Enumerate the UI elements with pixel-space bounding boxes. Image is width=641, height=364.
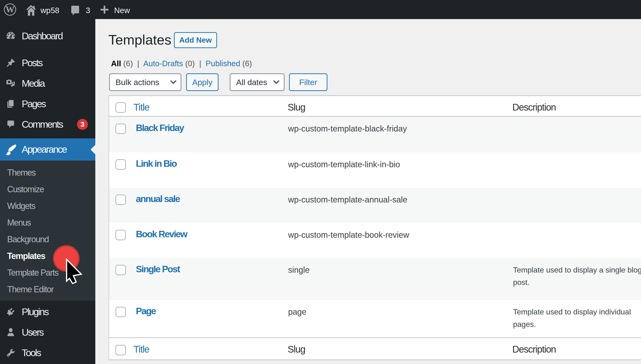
- svg-text:W: W: [6, 4, 14, 14]
